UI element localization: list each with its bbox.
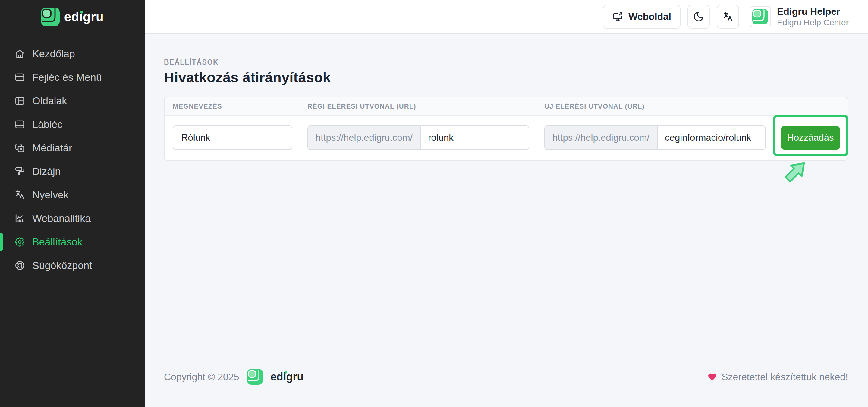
new-url-group: https://help.edigru.com/ [544, 125, 766, 150]
sidebar-logo[interactable]: edigru [0, 0, 145, 26]
footer-brand-name: edigru [271, 371, 304, 383]
footer-icon [14, 119, 25, 130]
new-path-input[interactable] [658, 126, 765, 149]
moon-icon [693, 11, 704, 22]
sidebar-item-oldalak[interactable]: Oldalak [0, 89, 145, 113]
active-indicator [0, 233, 3, 251]
love-text: Szeretettel készítettük neked! [721, 371, 848, 383]
column-header-old-url: RÉGI ELÉRÉSI ÚTVONAL (URL) [307, 102, 529, 111]
table-header-row: MEGNEVEZÉS RÉGI ELÉRÉSI ÚTVONAL (URL) ÚJ… [164, 97, 847, 116]
column-header-name: MEGNEVEZÉS [173, 102, 292, 111]
edigru-logo-icon [752, 9, 768, 24]
open-website-icon [612, 11, 623, 22]
heart-icon [708, 372, 717, 382]
lifebuoy-icon [14, 260, 25, 271]
sidebar-item-label: Lábléc [32, 119, 62, 130]
sidebar-item-label: Kezdőlap [32, 48, 75, 60]
sidebar-item-label: Médiatár [32, 142, 72, 154]
table-row: https://help.edigru.com/ https://help.ed… [164, 116, 847, 160]
sidebar-item-label: Webanalitika [32, 213, 91, 224]
footer-love-note: Szeretettel készítettük neked! [708, 371, 848, 383]
page-footer: Copyright © 2025 edigru Szeretettel kész… [164, 369, 848, 407]
column-header-new-url: ÚJ ELÉRÉSI ÚTVONAL (URL) [544, 102, 766, 111]
sidebar-item-label: Beállítások [32, 236, 82, 248]
brand-i-dot [284, 371, 287, 374]
sidebar-item-label: Oldalak [32, 95, 67, 107]
sidebar-item-webanalitika[interactable]: Webanalitika [0, 207, 145, 230]
dark-mode-button[interactable] [687, 5, 710, 29]
page-content: BEÁLLÍTÁSOK Hivatkozás átirányítások MEG… [145, 34, 868, 407]
brand-i-dot [80, 10, 83, 13]
sidebar-item-label: Súgóközpont [32, 259, 92, 271]
copyright-text: Copyright © 2025 [164, 371, 239, 383]
sidebar-item-nyelvek[interactable]: Nyelvek [0, 183, 145, 207]
sidebar-item-label: Fejléc és Menü [32, 71, 102, 83]
add-redirect-button[interactable]: Hozzáadás [781, 126, 840, 150]
page-title: Hivatkozás átirányítások [164, 69, 848, 86]
old-path-input[interactable] [421, 126, 529, 149]
translate-icon [722, 11, 734, 22]
sidebar-item-label: Nyelvek [32, 189, 69, 201]
pages-icon [14, 95, 25, 106]
language-icon [14, 189, 25, 200]
add-button-cell: Hozzáadás [781, 126, 840, 150]
account-avatar [749, 6, 771, 27]
old-url-prefix: https://help.edigru.com/ [308, 126, 421, 149]
edigru-logo-icon [247, 369, 263, 385]
old-url-group: https://help.edigru.com/ [307, 125, 529, 150]
footer-brand-block: Copyright © 2025 edigru [164, 369, 304, 385]
sidebar-item-mediatar[interactable]: Médiatár [0, 136, 145, 159]
sidebar-item-kezdolap[interactable]: Kezdőlap [0, 42, 145, 65]
sidebar-item-dizajn[interactable]: Dizájn [0, 159, 145, 183]
header-icon [14, 72, 25, 83]
account-subtitle: Edigru Help Center [777, 18, 849, 28]
sidebar-item-label: Dizájn [32, 165, 61, 177]
gear-icon [14, 237, 25, 248]
name-input[interactable] [173, 125, 292, 150]
breadcrumb: BEÁLLÍTÁSOK [164, 58, 848, 66]
sidebar-nav: Kezdőlap Fejléc és Menü Oldalak Lábléc M… [0, 42, 145, 277]
sidebar: edigru Kezdőlap Fejléc és Menü Oldalak L… [0, 0, 145, 407]
annotation-arrow-icon [782, 158, 809, 185]
website-button[interactable]: Weboldal [603, 5, 681, 29]
sidebar-item-fejlec-es-menu[interactable]: Fejléc és Menü [0, 65, 145, 89]
main-column: Weboldal [145, 0, 868, 407]
website-button-label: Weboldal [628, 11, 671, 22]
top-header: Weboldal [145, 0, 868, 34]
redirects-card: MEGNEVEZÉS RÉGI ELÉRÉSI ÚTVONAL (URL) ÚJ… [164, 97, 848, 161]
analytics-icon [14, 213, 25, 224]
sidebar-item-sugokozpont[interactable]: Súgóközpont [0, 254, 145, 277]
account-name: Edigru Helper [777, 5, 849, 18]
new-url-prefix: https://help.edigru.com/ [545, 126, 658, 149]
account-texts: Edigru Helper Edigru Help Center [777, 5, 849, 28]
sidebar-item-beallitasok[interactable]: Beállítások [0, 230, 145, 254]
app-window: edigru Kezdőlap Fejléc és Menü Oldalak L… [0, 0, 868, 407]
brand-name: edigru [64, 10, 104, 24]
media-icon [14, 142, 25, 153]
home-icon [14, 48, 25, 59]
paint-roller-icon [14, 166, 25, 177]
edigru-logo-icon [41, 7, 60, 26]
account-menu[interactable]: Edigru Helper Edigru Help Center [749, 5, 849, 28]
language-switch-button[interactable] [717, 5, 739, 29]
sidebar-item-lablec[interactable]: Lábléc [0, 113, 145, 136]
